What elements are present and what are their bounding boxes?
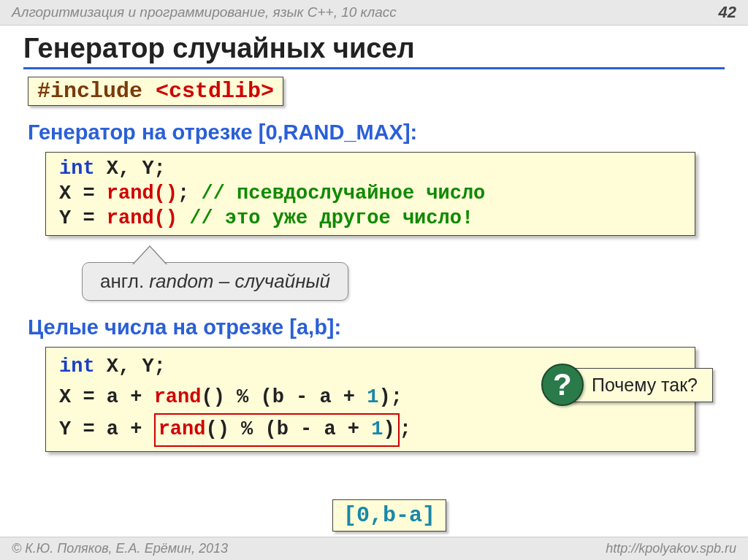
- question-callout: ? Почему так?: [541, 364, 713, 406]
- code-line: X = rand(); // псевдослучайное число: [59, 182, 682, 207]
- code-text: ;: [400, 418, 411, 440]
- keyword-int: int: [59, 356, 95, 377]
- header-bar: Алгоритмизация и программирование, язык …: [0, 0, 748, 26]
- code-text: X =: [59, 183, 107, 204]
- code-line: Y = rand() // это уже другое число!: [59, 207, 682, 231]
- highlight-box: rand() % (b - a + 1): [154, 413, 400, 447]
- code-fn: rand(): [107, 183, 178, 204]
- page-number: 42: [719, 3, 736, 22]
- footer-url: http://kpolyakov.spb.ru: [606, 541, 736, 556]
- code-text: X = a +: [59, 386, 154, 408]
- code-text: () % (b - a +: [205, 418, 371, 440]
- range-label-box: [0,b-a]: [332, 499, 446, 532]
- code-text: Y =: [59, 207, 107, 229]
- code-text: ): [383, 418, 394, 440]
- callout-word: random: [149, 270, 213, 292]
- course-title: Алгоритмизация и программирование, язык …: [12, 4, 397, 20]
- keyword-int: int: [59, 158, 95, 180]
- code-text: ;: [178, 183, 189, 204]
- callout-text: – случайный: [214, 270, 331, 292]
- code-line: Y = a + rand() % (b - a + 1);: [59, 413, 682, 447]
- include-directive-box: #include <cstdlib>: [28, 77, 283, 106]
- callout-random: англ. random – случайный: [82, 262, 348, 301]
- copyright-text: © К.Ю. Поляков, Е.А. Ерёмин, 2013: [12, 541, 228, 556]
- callout-arrow-fill: [134, 247, 166, 264]
- question-icon: ?: [541, 364, 584, 406]
- title-underline: [23, 67, 725, 69]
- code-line: int X, Y;: [59, 157, 682, 182]
- page-title: Генератор случайных чисел: [23, 33, 725, 64]
- section1-heading: Генератор на отрезке [0,RAND_MAX]:: [28, 120, 725, 145]
- section2-heading: Целые числа на отрезке [a,b]:: [28, 315, 725, 340]
- code-block-1: int X, Y; X = rand(); // псевдослучайное…: [45, 152, 695, 236]
- code-num: 1: [371, 418, 383, 440]
- include-library: <cstdlib>: [156, 79, 274, 104]
- code-fn: rand: [159, 418, 206, 440]
- code-text: X, Y;: [95, 356, 166, 377]
- code-fn: rand(): [107, 207, 178, 229]
- code-text: Y = a +: [59, 418, 154, 440]
- include-keyword: #include: [37, 79, 142, 104]
- code-text: () % (b - a +: [201, 386, 367, 408]
- code-text: );: [378, 386, 402, 408]
- code-num: 1: [367, 386, 378, 408]
- code-comment: // это уже другое число!: [178, 207, 473, 229]
- callout-text: англ.: [100, 270, 149, 292]
- question-text: Почему так?: [570, 368, 713, 402]
- question-mark: ?: [553, 367, 572, 402]
- code-comment: // псевдослучайное число: [189, 183, 485, 204]
- code-fn: rand: [154, 386, 202, 408]
- code-text: X, Y;: [95, 158, 166, 180]
- footer-bar: © К.Ю. Поляков, Е.А. Ерёмин, 2013 http:/…: [0, 537, 748, 560]
